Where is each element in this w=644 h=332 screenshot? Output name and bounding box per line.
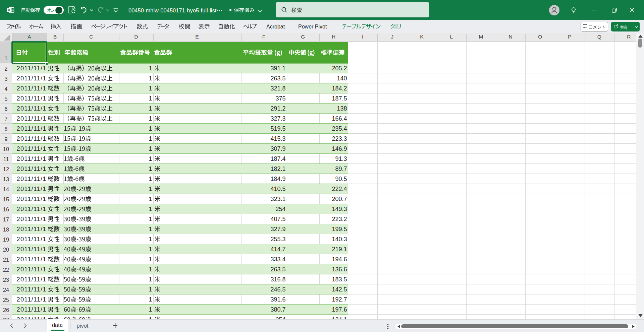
svg-text:X: X bbox=[8, 8, 10, 12]
